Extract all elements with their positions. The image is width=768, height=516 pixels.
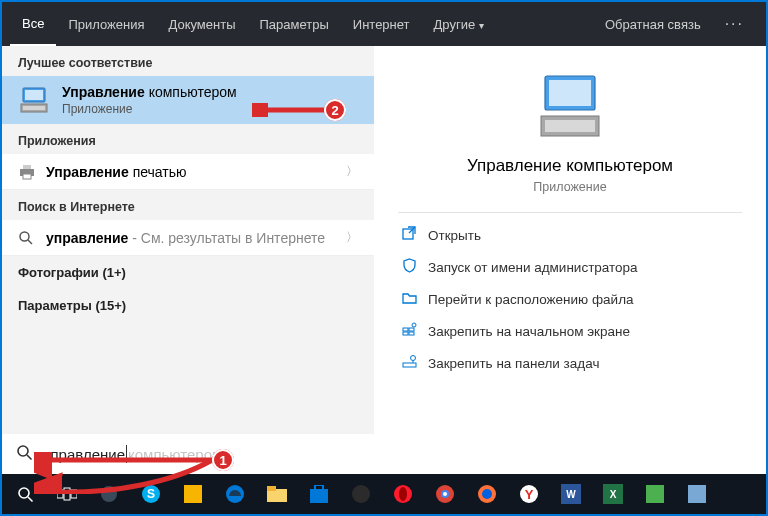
svg-point-19 xyxy=(412,323,416,327)
tab-docs[interactable]: Документы xyxy=(156,4,247,45)
taskbar-edge-icon[interactable] xyxy=(218,477,252,511)
computer-management-icon xyxy=(18,84,50,116)
svg-rect-54 xyxy=(688,485,706,503)
app-result-print-management[interactable]: Управление печатью 〉 xyxy=(2,154,374,190)
preview-subtitle: Приложение xyxy=(533,180,606,194)
action-pin-start[interactable]: Закрепить на начальном экране xyxy=(398,315,742,347)
svg-rect-3 xyxy=(23,106,45,110)
svg-rect-6 xyxy=(23,174,31,179)
svg-rect-1 xyxy=(25,90,43,100)
svg-rect-38 xyxy=(315,485,323,490)
svg-rect-16 xyxy=(409,328,414,331)
preview-app-icon xyxy=(533,72,607,142)
tab-params[interactable]: Параметры xyxy=(247,4,340,45)
taskbar-firefox-icon[interactable] xyxy=(470,477,504,511)
feedback-link[interactable]: Обратная связь xyxy=(595,17,711,32)
taskbar-explorer-icon[interactable] xyxy=(260,477,294,511)
preview-panel: Управление компьютером Приложение Открыт… xyxy=(374,46,766,434)
svg-rect-5 xyxy=(23,165,31,169)
svg-point-41 xyxy=(399,487,407,501)
svg-rect-37 xyxy=(310,489,328,503)
tab-other[interactable]: Другие xyxy=(422,4,497,45)
svg-rect-15 xyxy=(403,328,408,331)
svg-rect-12 xyxy=(545,120,595,132)
chevron-right-icon: 〉 xyxy=(346,163,358,180)
section-best-match: Лучшее соответствие xyxy=(2,46,374,76)
tab-apps[interactable]: Приложения xyxy=(56,4,156,45)
svg-point-44 xyxy=(443,492,447,496)
action-open-location[interactable]: Перейти к расположению файла xyxy=(398,283,742,315)
taskbar-word-icon[interactable]: W xyxy=(554,477,588,511)
svg-rect-53 xyxy=(646,485,664,503)
svg-point-39 xyxy=(352,485,370,503)
section-apps: Приложения xyxy=(2,124,374,154)
svg-point-21 xyxy=(411,356,416,361)
preview-title: Управление компьютером xyxy=(467,156,673,176)
taskbar-excel-icon[interactable]: X xyxy=(596,477,630,511)
svg-line-24 xyxy=(27,455,32,460)
action-pin-taskbar[interactable]: Закрепить на панели задач xyxy=(398,347,742,379)
svg-rect-17 xyxy=(403,332,408,335)
svg-line-8 xyxy=(28,240,32,244)
printer-icon xyxy=(18,164,46,180)
taskbar-yandex-icon[interactable]: Y xyxy=(512,477,546,511)
annotation-marker-1: 1 xyxy=(212,449,234,471)
action-run-as-admin[interactable]: Запуск от имени администратора xyxy=(398,251,742,283)
svg-text:Y: Y xyxy=(525,487,534,502)
svg-rect-10 xyxy=(549,80,591,106)
taskbar-store-icon[interactable] xyxy=(302,477,336,511)
svg-text:W: W xyxy=(566,489,576,500)
svg-point-23 xyxy=(18,446,28,456)
search-tabs: Все Приложения Документы Параметры Интер… xyxy=(2,2,766,46)
action-open[interactable]: Открыть xyxy=(398,219,742,251)
taskbar-app-7[interactable] xyxy=(344,477,378,511)
best-match-title: Управление компьютером xyxy=(62,84,358,100)
svg-point-25 xyxy=(19,488,29,498)
search-icon xyxy=(18,230,46,246)
taskbar-app-16[interactable] xyxy=(680,477,714,511)
section-web: Поиск в Интернете xyxy=(2,190,374,220)
more-button[interactable]: ··· xyxy=(711,15,758,33)
annotation-marker-2: 2 xyxy=(324,99,346,121)
taskbar-chrome-icon[interactable] xyxy=(428,477,462,511)
pin-taskbar-icon xyxy=(402,354,428,372)
divider xyxy=(398,212,742,213)
web-result[interactable]: управление - См. результаты в Интернете … xyxy=(2,220,374,256)
svg-rect-20 xyxy=(403,363,416,367)
svg-text:X: X xyxy=(610,489,617,500)
pin-start-icon xyxy=(402,322,428,340)
tab-internet[interactable]: Интернет xyxy=(341,4,422,45)
svg-line-26 xyxy=(28,497,33,502)
shield-icon xyxy=(402,258,428,276)
svg-point-7 xyxy=(20,232,29,241)
category-photos[interactable]: Фотографии (1+) xyxy=(2,256,374,289)
chevron-right-icon: 〉 xyxy=(346,229,358,246)
svg-rect-18 xyxy=(409,332,414,335)
annotation-arrow-1 xyxy=(34,452,212,494)
svg-rect-36 xyxy=(267,486,276,491)
annotation-arrow-2 xyxy=(252,103,324,117)
category-params[interactable]: Параметры (15+) xyxy=(2,289,374,322)
open-icon xyxy=(402,226,428,244)
svg-point-46 xyxy=(482,489,492,499)
folder-icon xyxy=(402,290,428,308)
svg-line-14 xyxy=(409,227,415,233)
taskbar-app-15[interactable] xyxy=(638,477,672,511)
taskbar-opera-icon[interactable] xyxy=(386,477,420,511)
tab-all[interactable]: Все xyxy=(10,3,56,46)
search-icon xyxy=(16,444,33,464)
